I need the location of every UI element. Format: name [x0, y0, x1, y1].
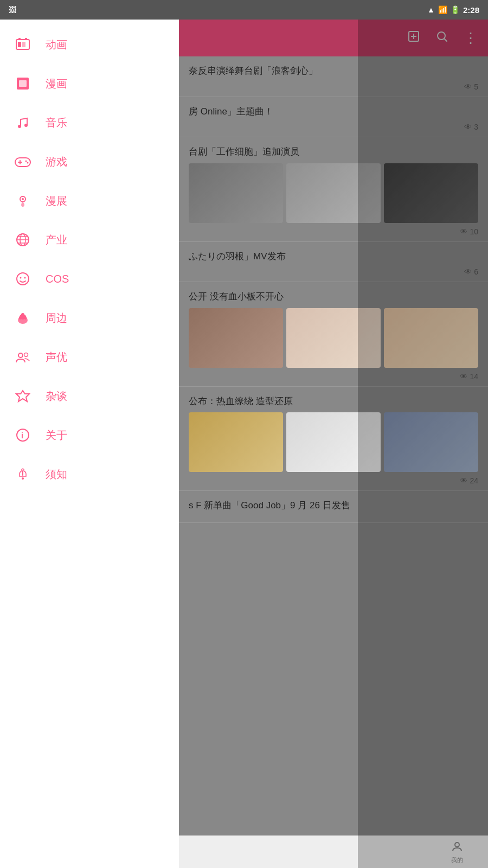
svg-point-29	[18, 353, 23, 358]
sidebar-item-music[interactable]: 音乐	[0, 103, 179, 142]
svg-marker-31	[16, 391, 29, 401]
sidebar: 动画 漫画 音乐	[0, 20, 179, 868]
about-icon: i	[13, 425, 33, 445]
signal-icon: 📶	[438, 5, 447, 14]
voice-icon	[13, 347, 33, 367]
status-bar: 🖼 ▲ 📶 🔋 2:28	[0, 0, 488, 20]
svg-rect-2	[25, 38, 27, 40]
anime-icon	[13, 35, 33, 54]
battery-icon: 🔋	[451, 5, 460, 14]
clock: 2:28	[463, 5, 479, 15]
svg-rect-6	[19, 80, 27, 87]
sidebar-label-cos: COS	[46, 273, 69, 285]
sidebar-item-voice[interactable]: 声优	[0, 337, 179, 376]
chat-icon	[13, 386, 33, 406]
svg-point-8	[24, 124, 28, 127]
svg-point-23	[24, 277, 26, 279]
sidebar-label-game: 游戏	[46, 155, 67, 169]
svg-point-27	[19, 316, 21, 320]
notice-icon	[13, 464, 33, 484]
sidebar-label-manga: 漫画	[46, 76, 67, 91]
status-bar-right: ▲ 📶 🔋 2:28	[427, 5, 479, 15]
svg-rect-3	[18, 42, 21, 47]
sidebar-label-music: 音乐	[46, 116, 67, 130]
svg-text:i: i	[21, 431, 23, 440]
sidebar-item-game[interactable]: 游戏	[0, 142, 179, 181]
svg-point-26	[21, 313, 24, 316]
game-icon	[13, 152, 33, 171]
wifi-icon: ▲	[427, 5, 435, 14]
sidebar-item-about[interactable]: i 关于	[0, 416, 179, 455]
feed-image	[189, 412, 283, 472]
svg-rect-4	[22, 42, 25, 47]
music-icon	[13, 113, 33, 132]
sidebar-item-notice[interactable]: 须知	[0, 455, 179, 494]
svg-point-21	[17, 273, 29, 285]
merch-icon	[13, 308, 33, 328]
sidebar-item-chat[interactable]: 杂谈	[0, 376, 179, 416]
sidebar-label-expo: 漫展	[46, 194, 67, 208]
sidebar-label-merch: 周边	[46, 311, 67, 326]
svg-point-13	[27, 162, 29, 164]
svg-point-30	[24, 353, 28, 357]
sidebar-label-about: 关于	[46, 428, 67, 443]
sidebar-item-anime[interactable]: 动画	[0, 25, 179, 64]
sidebar-item-expo[interactable]: 漫展	[0, 181, 179, 220]
sidebar-label-industry: 产业	[46, 233, 67, 247]
sidebar-label-anime: 动画	[46, 37, 67, 52]
sidebar-item-industry[interactable]: 产业	[0, 220, 179, 259]
main-content: 动画 漫画 音乐	[0, 20, 488, 868]
svg-point-7	[18, 125, 21, 128]
feed-image	[189, 308, 283, 368]
svg-point-28	[24, 316, 27, 320]
svg-point-34	[22, 477, 24, 480]
sidebar-label-voice: 声优	[46, 350, 67, 365]
sidebar-overlay[interactable]	[358, 20, 488, 868]
svg-rect-1	[18, 38, 21, 40]
sidebar-label-chat: 杂谈	[46, 389, 67, 404]
status-bar-left: 🖼	[9, 5, 16, 14]
gallery-icon: 🖼	[9, 5, 16, 14]
industry-icon	[13, 230, 33, 250]
sidebar-item-manga[interactable]: 漫画	[0, 64, 179, 103]
sidebar-item-merch[interactable]: 周边	[0, 298, 179, 337]
manga-icon	[13, 74, 33, 93]
cos-icon	[13, 269, 33, 289]
svg-point-12	[25, 161, 27, 162]
svg-point-15	[22, 198, 24, 200]
svg-point-22	[20, 277, 22, 279]
expo-icon	[13, 191, 33, 210]
content-area: ⋮ 奈反串演绎舞台剧「浪客剑心」 👁 5 房 Online」主题曲！ 👁 3	[179, 20, 488, 868]
sidebar-item-cos[interactable]: COS	[0, 259, 179, 298]
sidebar-label-notice: 须知	[46, 467, 67, 482]
feed-image	[189, 163, 283, 223]
